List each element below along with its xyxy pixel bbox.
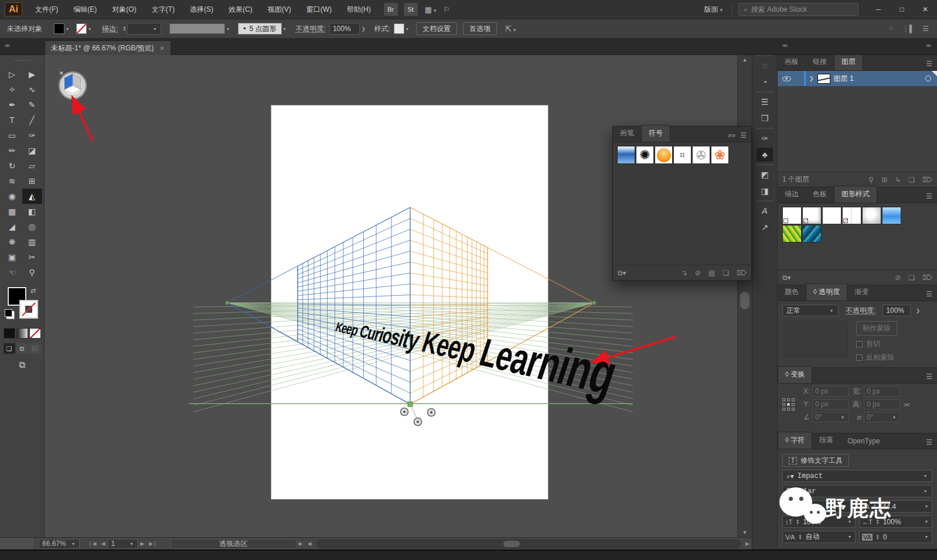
color-guide-icon[interactable]: ◌ bbox=[757, 59, 773, 73]
new-style-icon[interactable]: ❏ bbox=[908, 274, 915, 282]
appearance-icon[interactable]: ◩ bbox=[757, 168, 773, 182]
unlink-style-icon[interactable]: ⊘ bbox=[895, 274, 901, 282]
hscroll-right-icon[interactable]: ▶ bbox=[743, 541, 752, 547]
symbol-sprayer-tool[interactable]: ❋ bbox=[2, 234, 22, 250]
gradient-tool[interactable]: ◧ bbox=[22, 204, 42, 219]
plain-style[interactable] bbox=[822, 207, 841, 224]
leading-field[interactable]: ↕A▲▼ (44.4▾ bbox=[859, 500, 932, 513]
scroll-up-icon[interactable]: ▲ bbox=[738, 57, 752, 63]
fill-caret-icon[interactable]: ▾ bbox=[64, 26, 70, 32]
expand-layer-icon[interactable]: ❯ bbox=[809, 76, 814, 81]
stroke-weight-field[interactable]: ▾ bbox=[127, 23, 161, 35]
transparency-opacity-expand-icon[interactable]: ❯ bbox=[914, 308, 922, 313]
symbols-icon[interactable]: ♣ bbox=[757, 148, 773, 162]
menu-item-0[interactable]: 文件(F) bbox=[28, 2, 65, 17]
layer-name[interactable]: 图层 1 bbox=[834, 74, 854, 84]
artboard[interactable] bbox=[271, 105, 548, 499]
menu-item-5[interactable]: 效果(C) bbox=[222, 2, 260, 17]
reference-point-locator[interactable] bbox=[782, 398, 795, 411]
break-link-icon[interactable]: ⊘ bbox=[695, 269, 701, 277]
close-tab-icon[interactable]: ✕ bbox=[160, 45, 165, 52]
leaves-style[interactable] bbox=[782, 225, 802, 243]
zoom-level-select[interactable]: 66.67%▾ bbox=[39, 539, 80, 549]
layers-tab-2[interactable]: 图层 bbox=[834, 53, 863, 70]
zoom-tool[interactable]: ⚲ bbox=[22, 265, 42, 280]
gradient-mode-button[interactable] bbox=[16, 328, 28, 339]
cursor-options-icon[interactable]: ⇱▾ bbox=[505, 25, 516, 33]
delete-style-icon[interactable]: ⌦ bbox=[922, 274, 932, 282]
styles-tab-1[interactable]: 色板 bbox=[806, 186, 834, 203]
first-artboard-icon[interactable]: ❘◀ bbox=[86, 541, 98, 547]
brush-definition-preview[interactable] bbox=[169, 23, 225, 34]
brush-caret-icon[interactable]: ▾ bbox=[282, 26, 288, 32]
stroke-color-swatch[interactable] bbox=[76, 23, 87, 34]
orange-orb-symbol[interactable] bbox=[655, 146, 673, 164]
menu-item-2[interactable]: 对象(O) bbox=[105, 2, 143, 17]
transform-w-field[interactable]: 0 px bbox=[864, 386, 900, 397]
brush-preview-caret-icon[interactable]: ▾ bbox=[225, 26, 231, 32]
screen-mode-button[interactable]: ⧉ bbox=[15, 360, 30, 370]
prev-artboard-icon[interactable]: ◀ bbox=[98, 541, 107, 547]
rectangle-tool[interactable]: ▭ bbox=[2, 128, 22, 143]
styles-tab-2[interactable]: 图形样式 bbox=[834, 186, 877, 203]
expand-dock-icon[interactable]: »» bbox=[926, 42, 930, 49]
align-icon[interactable]: ☰ bbox=[757, 95, 773, 109]
layer-thumbnail[interactable] bbox=[817, 74, 830, 84]
default-style[interactable] bbox=[782, 207, 802, 224]
opacity-field[interactable]: 100% bbox=[329, 23, 360, 35]
transparency-tab-1[interactable]: ◊ 透明度 bbox=[806, 284, 847, 301]
pathfinder-icon[interactable]: ❒ bbox=[757, 111, 773, 125]
scale-tool[interactable]: ▱ bbox=[22, 158, 42, 173]
symbol-options-icon[interactable]: ▤ bbox=[708, 269, 715, 277]
tracking-field[interactable]: VA▲▼ 0▾ bbox=[859, 531, 932, 543]
blue-banner-symbol[interactable] bbox=[617, 146, 635, 164]
symbols-panel[interactable]: 画笔符号»»☰ ✺⌗✇❀ ⧉▾ ↴ ⊘ ▤ ❏ ⌦ bbox=[612, 126, 752, 281]
share-icon[interactable]: ⚐ bbox=[443, 5, 450, 14]
transform-y-field[interactable]: 0 px bbox=[812, 399, 849, 409]
fill-color-swatch[interactable] bbox=[54, 23, 64, 34]
character-styles-icon[interactable]: A bbox=[757, 204, 773, 218]
scroll-down-icon[interactable]: ▼ bbox=[738, 530, 752, 535]
blend-tool[interactable]: ◎ bbox=[22, 219, 42, 234]
type-tool[interactable]: T bbox=[2, 112, 22, 128]
font-style-select[interactable]: Regular ▾ bbox=[782, 485, 932, 497]
status-expand-icon[interactable]: ▶ bbox=[297, 541, 305, 547]
soft-shadow-style[interactable] bbox=[862, 207, 881, 224]
symbols-tab-1[interactable]: 符号 bbox=[641, 125, 670, 142]
maximize-button[interactable]: □ bbox=[890, 2, 914, 17]
layers-tab-0[interactable]: 画板 bbox=[778, 54, 806, 70]
minimize-button[interactable]: ─ bbox=[867, 2, 890, 17]
layer-row[interactable]: ❯ 图层 1 bbox=[778, 71, 937, 86]
styles-tab-0[interactable]: 描边 bbox=[778, 186, 806, 203]
symbol-library-icon[interactable]: ⧉▾ bbox=[618, 269, 626, 277]
lasso-tool[interactable]: ∿ bbox=[22, 82, 42, 97]
shape-builder-tool[interactable]: ◉ bbox=[2, 189, 22, 204]
workspace-switcher[interactable]: 版面▾ bbox=[700, 3, 726, 16]
bridge-button[interactable]: Br bbox=[384, 3, 398, 16]
column-graph-tool[interactable]: ▥ bbox=[22, 234, 42, 250]
dock-layout-icon[interactable]: ⋮▌ bbox=[902, 25, 915, 33]
draw-inside-button[interactable]: 回 bbox=[29, 343, 41, 354]
layers-menu-icon[interactable]: ☰ bbox=[926, 60, 932, 68]
transform-h-field[interactable]: 0 px bbox=[864, 399, 900, 409]
mesh-tool[interactable]: ▦ bbox=[2, 204, 22, 219]
vertical-scale-field[interactable]: ↕T▲▼ 100%▾ bbox=[782, 515, 856, 528]
eyedropper-tool[interactable]: ◢ bbox=[2, 219, 22, 234]
close-button[interactable]: ✕ bbox=[914, 2, 937, 17]
document-tab[interactable]: 未标题-1* @ 66.67% (RGB/预览) ✕ bbox=[45, 40, 171, 55]
symbols-expand-icon[interactable]: »» bbox=[728, 131, 735, 139]
vertical-scroll-thumb[interactable] bbox=[740, 292, 749, 309]
stock-search-input[interactable]: ⌕ 搜索 Adobe Stock bbox=[738, 3, 858, 16]
symbols-tab-0[interactable]: 画笔 bbox=[613, 125, 641, 142]
blue-gloss-style[interactable] bbox=[882, 207, 901, 224]
new-layer-icon[interactable]: ❏ bbox=[908, 176, 915, 184]
new-sublayer-icon[interactable]: ↳ bbox=[895, 176, 901, 184]
transparency-opacity-label[interactable]: 不透明度: bbox=[846, 306, 875, 316]
clip-checkbox[interactable] bbox=[856, 341, 863, 347]
locate-object-icon[interactable]: ⚲ bbox=[868, 176, 874, 184]
draw-behind-button[interactable]: ⧉ bbox=[16, 343, 28, 354]
new-symbol-icon[interactable]: ❏ bbox=[723, 269, 729, 277]
character-tab-0[interactable]: ◊ 字符 bbox=[778, 432, 812, 449]
layer-target-icon[interactable] bbox=[925, 76, 931, 81]
horizontal-scale-field[interactable]: ↔T▲▼ 100%▾ bbox=[859, 515, 932, 528]
